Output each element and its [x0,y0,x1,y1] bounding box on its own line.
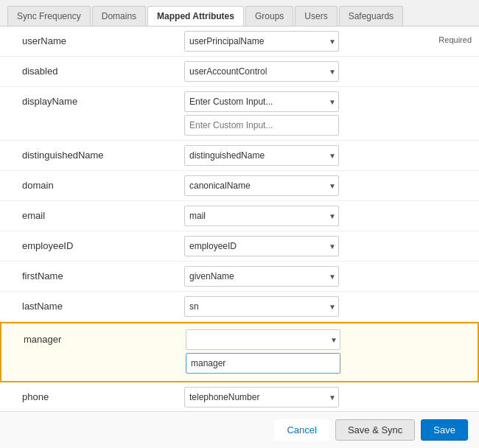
select-wrapper-disabled: userAccountControl ▼ [184,61,339,82]
attr-select-lastName[interactable]: sn [184,296,339,317]
attr-row-email: email mail ▼ [0,201,479,231]
custom-input-displayName[interactable] [184,115,339,136]
attr-row-phone: phone telephoneNumber ▼ [0,382,479,411]
custom-input-manager[interactable] [186,353,340,374]
tab-sync-frequency[interactable]: Sync Frequency [7,6,91,26]
select-wrapper-domain: canonicalName ▼ [184,175,339,196]
attr-select-distinguishedName[interactable]: distinguishedName [184,145,339,166]
attr-control-manager: ▼ [178,326,478,378]
attr-select-displayName[interactable]: Enter Custom Input... [184,91,339,112]
attr-row-firstName: firstName givenName ▼ [0,262,479,292]
attr-select-domain[interactable]: canonicalName [184,175,339,196]
attr-control-lastName: sn ▼ [177,292,479,321]
attr-row-domain: domain canonicalName ▼ [0,171,479,201]
attr-label-phone: phone [0,382,177,410]
attr-select-email[interactable]: mail [184,206,339,226]
attr-select-userName[interactable]: userPrincipalName [184,31,339,52]
attr-label-displayName: displayName [0,87,177,114]
main-container: Sync Frequency Domains Mapped Attributes… [0,0,479,448]
attr-label-domain: domain [0,171,177,198]
attr-select-phone[interactable]: telephoneNumber [184,387,339,407]
attr-label-userName: userName [0,27,177,54]
attr-control-phone: telephoneNumber ▼ [177,382,479,411]
attr-control-employeeID: employeeID ▼ [177,231,479,261]
attr-control-email: mail ▼ [177,201,479,231]
attr-select-employeeID[interactable]: employeeID [184,236,339,256]
attr-label-firstName: firstName [0,262,177,289]
attr-label-lastName: lastName [0,292,177,319]
attr-row-distinguishedName: distinguishedName distinguishedName ▼ [0,141,479,171]
select-wrapper-phone: telephoneNumber ▼ [184,387,339,407]
attr-control-domain: canonicalName ▼ [177,171,479,200]
attr-row-disabled: disabled userAccountControl ▼ [0,57,479,87]
attr-control-displayName: Enter Custom Input... ▼ [177,87,479,140]
attr-select-firstName[interactable]: givenName [184,266,339,287]
select-wrapper-lastName: sn ▼ [184,296,339,317]
attr-control-distinguishedName: distinguishedName ▼ [177,141,479,170]
tab-mapped-attributes[interactable]: Mapped Attributes [147,6,244,26]
tab-domains[interactable]: Domains [92,6,146,26]
select-wrapper-manager: ▼ [186,329,340,350]
tab-groups[interactable]: Groups [245,6,293,26]
attr-select-disabled[interactable]: userAccountControl [184,61,339,82]
cancel-button[interactable]: Cancel [274,419,329,441]
select-wrapper-email: mail ▼ [184,206,339,226]
attr-label-employeeID: employeeID [0,231,177,259]
attr-control-disabled: userAccountControl ▼ [177,57,479,86]
attr-control-firstName: givenName ▼ [177,262,479,291]
tab-safeguards[interactable]: Safeguards [339,6,403,26]
attr-row-employeeID: employeeID employeeID ▼ [0,231,479,262]
attr-control-userName: userPrincipalName ▼ [177,27,438,56]
attr-row-userName: userName userPrincipalName ▼ Required [0,27,479,57]
attr-row-displayName: displayName Enter Custom Input... ▼ [0,87,479,141]
attr-row-manager: manager ▼ [0,322,479,382]
required-badge-userName: Required [438,27,479,44]
attr-label-manager: manager [1,326,178,352]
footer: Cancel Save & Sync Save [0,411,479,448]
tab-users[interactable]: Users [295,6,337,26]
attr-row-lastName: lastName sn ▼ [0,292,479,322]
select-wrapper-employeeID: employeeID ▼ [184,236,339,256]
select-wrapper-firstName: givenName ▼ [184,266,339,287]
attr-label-distinguishedName: distinguishedName [0,141,177,168]
attr-select-manager[interactable] [186,329,340,350]
save-button[interactable]: Save [421,419,468,441]
save-sync-button[interactable]: Save & Sync [335,419,415,441]
attributes-content: userName userPrincipalName ▼ Required di… [0,27,479,411]
select-wrapper-userName: userPrincipalName ▼ [184,31,339,52]
tab-bar: Sync Frequency Domains Mapped Attributes… [0,0,479,27]
attr-label-email: email [0,201,177,228]
select-wrapper-distinguishedName: distinguishedName ▼ [184,145,339,166]
attr-label-disabled: disabled [0,57,177,84]
select-wrapper-displayName: Enter Custom Input... ▼ [184,91,339,112]
